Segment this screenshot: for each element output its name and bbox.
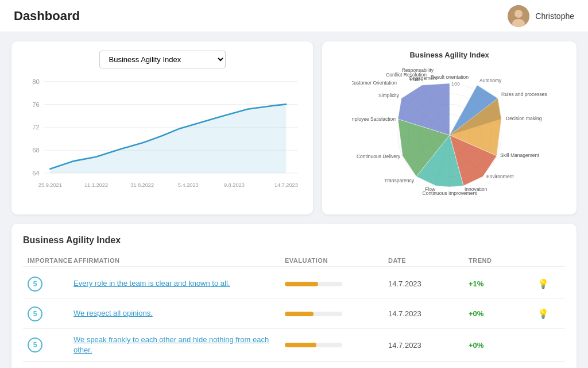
col-evaluation: EVALUATION [285, 257, 388, 264]
svg-text:Customer Orientation: Customer Orientation [352, 80, 397, 86]
avatar [508, 5, 529, 27]
table-row: 5 Every role in the team is clear and kn… [23, 269, 565, 299]
bottom-panel: Business Agility Index IMPORTANCE AFFIRM… [11, 224, 577, 368]
affirmation-cell: We speak frankly to each other and hide … [74, 335, 285, 355]
svg-text:Autonomy: Autonomy [479, 78, 502, 83]
col-importance: IMPORTANCE [28, 257, 74, 264]
table-row: 5 We speak frankly to each other and hid… [23, 329, 565, 362]
table-header: IMPORTANCE AFFIRMATION EVALUATION DATE T… [23, 255, 565, 267]
line-chart-svg: 80 76 72 68 64 25.9.2021 11.1.2022 31.8.… [21, 75, 304, 196]
svg-text:11.1.2022: 11.1.2022 [84, 182, 108, 188]
date-cell: 14.7.2023 [388, 341, 469, 350]
user-area: Christophe [508, 5, 574, 27]
svg-text:Environment: Environment [486, 174, 514, 179]
importance-badge: 5 [28, 277, 42, 292]
eval-bar-fill [285, 282, 318, 286]
svg-text:25.9.2021: 25.9.2021 [38, 182, 62, 188]
svg-text:72: 72 [32, 124, 40, 131]
col-trend: TREND [469, 257, 537, 264]
trend-cell: +0% [469, 309, 537, 318]
top-panels: Business Agility Index Team Health Innov… [11, 41, 577, 214]
chart-controls: Business Agility Index Team Health Innov… [21, 51, 304, 68]
importance-cell: 5 [28, 338, 74, 352]
affirmation-cell: Every role in the team is clear and know… [74, 278, 285, 289]
radar-area: 100 [331, 62, 567, 205]
action-cell: 💡 [537, 308, 560, 319]
bulb-icon[interactable]: 💡 [537, 279, 549, 289]
svg-text:68: 68 [32, 147, 40, 154]
table-rows: 5 Every role in the team is clear and kn… [23, 269, 565, 368]
col-actions [537, 257, 560, 264]
table-row: 5 We regularly take a step back from our… [23, 362, 565, 368]
evaluation-cell [285, 312, 388, 316]
importance-cell: 5 [28, 306, 74, 321]
date-cell: 14.7.2023 [388, 309, 469, 318]
svg-text:Simplicity: Simplicity [378, 93, 400, 98]
col-affirmation: AFFIRMATION [74, 257, 285, 264]
eval-bar-track [285, 312, 342, 316]
svg-text:Flow: Flow [425, 186, 436, 192]
action-cell: 💡 [537, 278, 560, 289]
svg-text:Continuous Delivery: Continuous Delivery [356, 154, 400, 159]
svg-point-1 [514, 10, 523, 18]
svg-text:9.8.2023: 9.8.2023 [224, 182, 245, 188]
date-cell: 14.7.2023 [388, 279, 469, 288]
radar-title: Business Agility Index [331, 51, 567, 59]
svg-text:31.8.2022: 31.8.2022 [130, 182, 154, 188]
svg-marker-19 [50, 104, 286, 173]
affirmation-text[interactable]: Every role in the team is clear and know… [74, 279, 230, 288]
main-content: Business Agility Index Team Health Innov… [0, 32, 588, 368]
bulb-icon[interactable]: 💡 [537, 309, 549, 319]
importance-badge: 5 [28, 338, 42, 352]
svg-text:Responsability: Responsability [401, 67, 434, 73]
importance-cell: 5 [28, 277, 74, 292]
svg-text:14.7.2023: 14.7.2023 [274, 182, 298, 188]
svg-text:Rules and processes: Rules and processes [501, 91, 547, 97]
svg-text:Decision making: Decision making [506, 116, 542, 121]
evaluation-cell [285, 343, 388, 347]
trend-cell: +0% [469, 341, 537, 350]
svg-text:Skill Management: Skill Management [500, 152, 539, 158]
metric-select[interactable]: Business Agility Index Team Health Innov… [99, 51, 226, 68]
svg-text:80: 80 [32, 78, 40, 85]
user-name: Christophe [535, 12, 574, 21]
svg-text:64: 64 [32, 170, 40, 177]
header: Dashboard Christophe [0, 0, 588, 32]
svg-text:Transparency: Transparency [384, 178, 414, 183]
line-chart-area: 80 76 72 68 64 25.9.2021 11.1.2022 31.8.… [21, 75, 304, 196]
eval-bar-fill [285, 343, 316, 347]
eval-bar-track [285, 343, 342, 347]
table-row: 5 We respect all opinions. 14.7.2023 +0%… [23, 299, 565, 329]
trend-cell: +1% [469, 279, 537, 288]
svg-text:Employee Satisfaction: Employee Satisfaction [352, 116, 396, 122]
radar-svg: 100 [352, 62, 547, 205]
eval-bar-fill [285, 312, 314, 316]
svg-text:Engagement: Engagement [409, 75, 437, 81]
bottom-panel-title: Business Agility Index [23, 235, 565, 246]
evaluation-cell [285, 282, 388, 286]
affirmation-text[interactable]: We respect all opinions. [74, 309, 153, 317]
line-chart-panel: Business Agility Index Team Health Innov… [11, 41, 313, 214]
importance-badge: 5 [28, 306, 42, 321]
affirmation-cell: We respect all opinions. [74, 308, 285, 319]
svg-text:76: 76 [32, 101, 40, 108]
eval-bar-track [285, 282, 342, 286]
svg-text:100: 100 [451, 81, 460, 87]
radar-chart-panel: Business Agility Index 100 [322, 41, 577, 214]
page-title: Dashboard [14, 9, 80, 24]
col-date: DATE [388, 257, 469, 264]
affirmation-text[interactable]: We speak frankly to each other and hide … [74, 335, 269, 354]
svg-text:5.4.2023: 5.4.2023 [178, 182, 199, 188]
